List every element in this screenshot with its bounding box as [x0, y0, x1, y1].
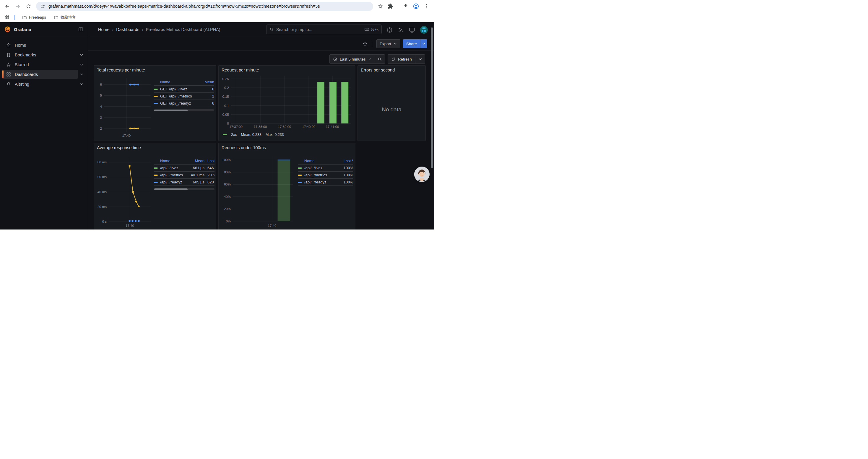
- legend-row[interactable]: GET /api/_/metrics2: [154, 93, 214, 100]
- breadcrumb: Home › Dashboards › Freeleaps Metrics Da…: [88, 27, 220, 32]
- brand-title: Grafana: [14, 27, 31, 32]
- svg-text:80%: 80%: [224, 170, 231, 174]
- panel-title[interactable]: Average response time: [94, 143, 216, 152]
- extensions-icon[interactable]: [388, 3, 394, 9]
- legend-row[interactable]: /api/_/livez661 µs646 µs: [154, 165, 215, 172]
- bookmarks-bar: Freeleaps 收藏博客: [0, 12, 434, 22]
- kiosk-monitor-icon[interactable]: [409, 27, 415, 33]
- sidebar-link-bookmarks[interactable]: Bookmarks: [2, 50, 78, 59]
- breadcrumb-separator: ›: [110, 27, 116, 32]
- url-text: grafana.mathmast.com/d/deytv4rwavabkb/fr…: [49, 4, 369, 8]
- sidebar-link-starred[interactable]: Starred: [2, 60, 78, 69]
- panel-requests-under-100ms: Requests under 100ms 100%80%60%40%20%0%1…: [218, 143, 355, 230]
- toolbar-divider: [372, 40, 372, 47]
- avg-response-legend: NameMeanLast */api/_/livez661 µs646 µs/a…: [154, 157, 215, 190]
- share-dropdown-button[interactable]: [420, 39, 427, 48]
- series-label[interactable]: 2xx: [231, 133, 237, 137]
- zoom-out-icon: [378, 57, 382, 61]
- share-button[interactable]: Share: [403, 39, 420, 48]
- series-max: Max: 0.233: [266, 133, 284, 137]
- news-rss-icon[interactable]: [398, 27, 404, 33]
- svg-text:0: 0: [227, 122, 229, 125]
- breadcrumb-dashboards[interactable]: Dashboards: [116, 27, 139, 32]
- export-button[interactable]: Export: [376, 39, 400, 48]
- sidebar-item-alerting: Alerting: [2, 79, 85, 89]
- help-icon[interactable]: [386, 27, 393, 33]
- search-icon: [270, 27, 274, 32]
- floating-assistant-avatar[interactable]: [414, 167, 430, 182]
- legend-header: NameLast *: [298, 157, 353, 165]
- home-icon: [6, 42, 11, 48]
- legend-row[interactable]: /api/_/metrics40.1 ms20.5 ms: [154, 172, 215, 179]
- svg-text:0.1: 0.1: [224, 104, 229, 107]
- page-scrollbar-thumb[interactable]: [431, 28, 433, 168]
- menu-kebab-icon[interactable]: [423, 3, 429, 9]
- under-100ms-chart: 100%80%60%40%20%0%17:40: [221, 155, 296, 228]
- series-mean: Mean: 0.233: [241, 133, 261, 137]
- dock-menu-button[interactable]: [78, 27, 84, 32]
- chevron-down-icon[interactable]: [78, 82, 85, 86]
- legend-row[interactable]: /api/_/readyz605 µs620 µs: [154, 179, 215, 186]
- legend-row[interactable]: /api/_/metrics100%: [298, 172, 353, 179]
- sidebar-link-home[interactable]: Home: [2, 40, 85, 50]
- search-shortcut: ⌘+k: [364, 27, 378, 32]
- legend-row[interactable]: GET /api/_/livez6: [154, 86, 214, 93]
- sidebar-item-label: Bookmarks: [15, 53, 36, 57]
- chevron-down-icon[interactable]: [78, 53, 85, 57]
- apps-grid-icon[interactable]: [4, 14, 9, 21]
- grafana-header: Home › Dashboards › Freeleaps Metrics Da…: [88, 22, 434, 37]
- back-icon: [4, 4, 10, 9]
- svg-text:0.2: 0.2: [224, 86, 229, 90]
- sidebar-item-home: Home: [2, 40, 85, 50]
- downloads-icon[interactable]: [403, 3, 409, 9]
- search-input[interactable]: [276, 27, 364, 32]
- profile-avatar-icon[interactable]: [413, 3, 419, 9]
- back-button[interactable]: [3, 2, 11, 10]
- chevron-down-icon[interactable]: [78, 63, 85, 67]
- series-pill: [154, 167, 158, 169]
- request-per-minute-legend: 2xx Mean: 0.233 Max: 0.233: [223, 133, 284, 137]
- folder-icon: [54, 15, 59, 20]
- grafana-logo: [4, 26, 11, 33]
- series-pill: [154, 96, 158, 97]
- panel-title[interactable]: Requests under 100ms: [219, 143, 355, 152]
- time-range-picker[interactable]: Last 5 minutes: [330, 55, 375, 64]
- panel-title[interactable]: Errors per second: [358, 66, 426, 74]
- search-box[interactable]: ⌘+k: [266, 25, 382, 34]
- bookmark-star-icon[interactable]: [377, 3, 383, 9]
- legend-scrollbar[interactable]: [154, 188, 215, 190]
- site-settings-icon[interactable]: [40, 4, 45, 9]
- svg-text:0.15: 0.15: [222, 95, 229, 98]
- panel-title[interactable]: Total requests per minute: [94, 66, 216, 74]
- sidebar-item-label: Alerting: [15, 82, 29, 87]
- legend-row[interactable]: /api/_/readyz100%: [298, 179, 353, 186]
- bookmark-folder-blogs[interactable]: 收藏博客: [52, 14, 78, 21]
- user-avatar[interactable]: [420, 26, 428, 34]
- favorite-star-button[interactable]: [362, 41, 368, 47]
- under-100ms-legend: NameLast */api/_/livez100%/api/_/metrics…: [298, 157, 353, 186]
- grafana-app: Grafana Home Bookmarks: [0, 22, 434, 230]
- bookmark-folder-freeleaps[interactable]: Freeleaps: [20, 14, 49, 21]
- chevron-down-icon[interactable]: [78, 72, 85, 76]
- legend-row[interactable]: /api/_/livez100%: [298, 165, 353, 172]
- url-bar[interactable]: grafana.mathmast.com/d/deytv4rwavabkb/fr…: [36, 2, 373, 11]
- zoom-out-button[interactable]: [375, 55, 385, 64]
- sidebar-link-alerting[interactable]: Alerting: [2, 79, 78, 89]
- sidebar-link-dashboards[interactable]: Dashboards: [2, 70, 78, 79]
- forward-button[interactable]: [13, 2, 22, 10]
- panel-title[interactable]: Request per minute: [219, 66, 355, 74]
- bell-icon: [6, 81, 11, 87]
- reload-button[interactable]: [24, 2, 32, 10]
- legend-row[interactable]: GET /api/_/readyz6: [154, 100, 214, 107]
- refresh-interval-dropdown[interactable]: [415, 55, 425, 64]
- svg-text:0.05: 0.05: [222, 113, 229, 117]
- bookmarks-divider: [14, 15, 15, 20]
- svg-text:100%: 100%: [222, 158, 231, 162]
- refresh-button[interactable]: Refresh: [388, 55, 415, 64]
- breadcrumb-home[interactable]: Home: [98, 27, 110, 32]
- svg-text:17:38:00: 17:38:00: [254, 125, 267, 129]
- svg-text:0 s: 0 s: [102, 220, 107, 223]
- legend-scrollbar[interactable]: [154, 109, 214, 111]
- svg-text:17:40:00: 17:40:00: [302, 125, 315, 129]
- star-icon: [6, 62, 11, 67]
